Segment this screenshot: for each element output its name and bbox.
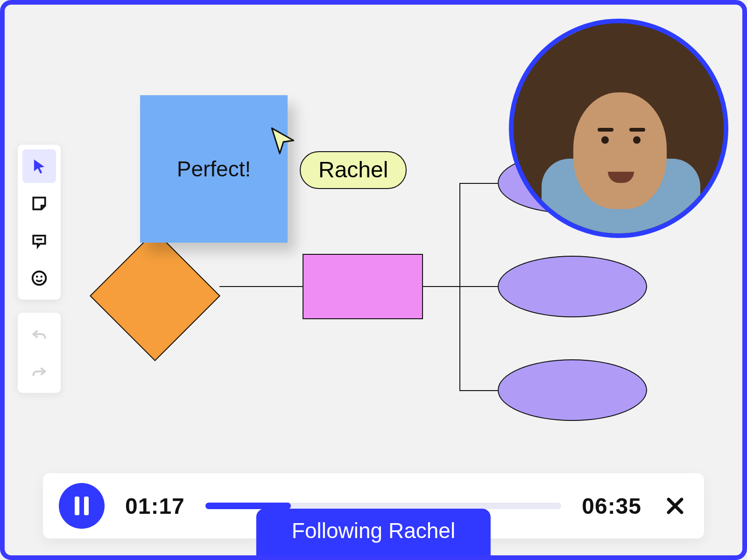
playback-total-time: 06:35 [582, 493, 641, 519]
presence-video-avatar[interactable] [509, 19, 728, 238]
connector [459, 183, 460, 391]
cursor-icon [30, 157, 48, 175]
tool-sticky-note[interactable] [22, 187, 56, 220]
following-indicator[interactable]: Following Rachel [256, 509, 491, 555]
tool-group-primary [18, 145, 61, 300]
flowchart-process-rect[interactable] [303, 254, 423, 319]
redo-icon [30, 363, 48, 380]
presence-cursor-label: Rachel [300, 151, 407, 189]
connector [459, 286, 498, 287]
close-playback-button[interactable] [662, 493, 688, 519]
tool-cursor[interactable] [22, 149, 56, 183]
pause-icon [75, 497, 89, 515]
sticky-note-text: Perfect! [177, 156, 251, 182]
connector [459, 183, 498, 184]
playback-current-time: 01:17 [125, 493, 185, 519]
flowchart-terminal-ellipse[interactable] [498, 359, 647, 421]
following-indicator-label: Following Rachel [292, 518, 455, 543]
svg-point-3 [41, 276, 42, 278]
sticky-note-icon [30, 195, 48, 212]
tool-undo[interactable] [22, 317, 56, 351]
playback-progress-fill [205, 503, 291, 509]
svg-point-2 [36, 276, 38, 278]
app-frame: Perfect! Rachel [0, 0, 747, 560]
pause-button[interactable] [59, 483, 105, 529]
flowchart-decision-diamond[interactable] [90, 231, 220, 361]
connector [219, 286, 303, 287]
presence-user-name: Rachel [318, 157, 388, 182]
tool-comment[interactable] [22, 224, 56, 258]
tool-emoji-sticker[interactable] [22, 261, 56, 295]
tool-group-history [18, 313, 61, 393]
undo-icon [30, 325, 48, 343]
playback-progress[interactable] [205, 503, 561, 509]
connector [423, 286, 459, 287]
sticky-note[interactable]: Perfect! [140, 95, 288, 243]
tool-toolbar [18, 145, 61, 393]
close-icon [664, 495, 686, 517]
emoji-icon [30, 269, 48, 287]
flowchart-terminal-ellipse[interactable] [498, 256, 647, 317]
tool-redo[interactable] [22, 355, 56, 388]
whiteboard-canvas[interactable]: Perfect! Rachel [5, 5, 742, 555]
comment-icon [30, 232, 48, 250]
connector [459, 390, 498, 391]
